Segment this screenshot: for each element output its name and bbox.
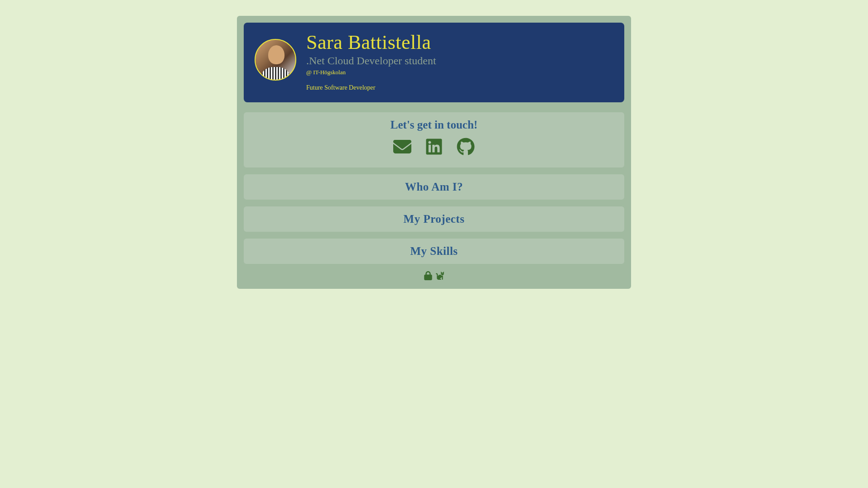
contact-title: Let's get in touch! [253, 119, 615, 131]
projects-title: My Projects [253, 213, 615, 225]
person-name: Sara Battistella [306, 31, 613, 54]
contact-icon-row [253, 138, 615, 158]
tagline: Future Software Developer [306, 84, 613, 91]
github-icon[interactable] [457, 138, 475, 158]
header-card: Sara Battistella .Net Cloud Developer st… [244, 23, 624, 102]
contact-card: Let's get in touch! [244, 112, 624, 167]
header-text: Sara Battistella .Net Cloud Developer st… [306, 31, 613, 91]
skills-title: My Skills [253, 245, 615, 258]
who-card[interactable]: Who Am I? [244, 174, 624, 200]
main-container: Sara Battistella .Net Cloud Developer st… [237, 16, 631, 289]
cat-icon [435, 271, 444, 282]
avatar [255, 39, 296, 81]
footer-icons [244, 271, 624, 282]
school: @ IT-Högskolan [306, 69, 613, 76]
subtitle: .Net Cloud Developer student [306, 55, 613, 67]
who-title: Who Am I? [253, 181, 615, 193]
skills-card[interactable]: My Skills [244, 239, 624, 264]
projects-card[interactable]: My Projects [244, 206, 624, 232]
lock-icon [424, 271, 433, 282]
email-icon[interactable] [393, 138, 411, 158]
linkedin-icon[interactable] [425, 138, 443, 158]
